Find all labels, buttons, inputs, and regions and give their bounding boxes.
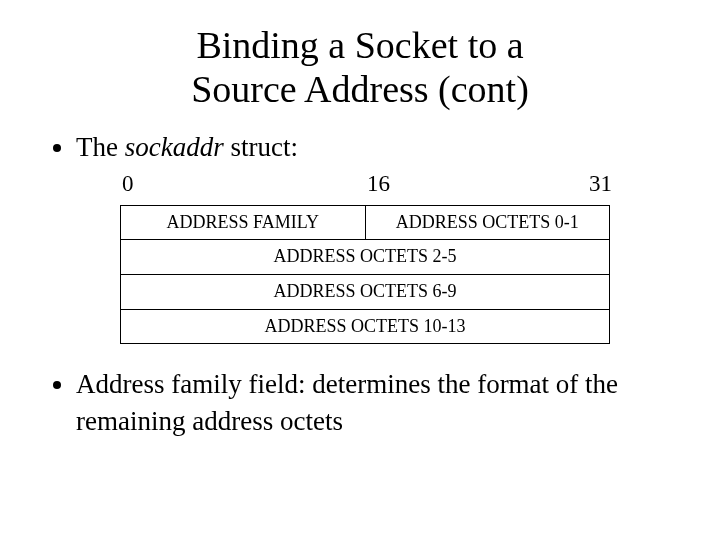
cell-octets-10-13: ADDRESS OCTETS 10-13 [121, 309, 610, 344]
table-row: ADDRESS OCTETS 6-9 [121, 275, 610, 310]
title-line-1: Binding a Socket to a [196, 24, 523, 66]
title-line-2: Source Address (cont) [191, 68, 529, 110]
bit-labels: 0 16 31 [120, 168, 610, 199]
bullet-list: The sockaddr struct: 0 16 31 ADDRESS FAM… [54, 129, 680, 439]
cell-address-family: ADDRESS FAMILY [121, 205, 366, 240]
table-row: ADDRESS OCTETS 2-5 [121, 240, 610, 275]
bit-label-16: 16 [367, 168, 490, 199]
bullet-address-family: Address family field: determines the for… [76, 366, 680, 439]
table-row: ADDRESS FAMILY ADDRESS OCTETS 0-1 [121, 205, 610, 240]
struct-table: ADDRESS FAMILY ADDRESS OCTETS 0-1 ADDRES… [120, 205, 610, 344]
bullet-sockaddr: The sockaddr struct: 0 16 31 ADDRESS FAM… [76, 129, 680, 344]
bullet1-suffix: struct: [224, 132, 298, 162]
bullet1-prefix: The [76, 132, 125, 162]
struct-diagram: 0 16 31 ADDRESS FAMILY ADDRESS OCTETS 0-… [120, 168, 610, 344]
cell-octets-2-5: ADDRESS OCTETS 2-5 [121, 240, 610, 275]
bit-label-0: 0 [120, 168, 367, 199]
slide-title: Binding a Socket to a Source Address (co… [0, 0, 720, 111]
table-row: ADDRESS OCTETS 10-13 [121, 309, 610, 344]
cell-octets-0-1: ADDRESS OCTETS 0-1 [365, 205, 610, 240]
bit-label-31: 31 [490, 168, 615, 199]
cell-octets-6-9: ADDRESS OCTETS 6-9 [121, 275, 610, 310]
bullet1-italic: sockaddr [125, 132, 224, 162]
slide: Binding a Socket to a Source Address (co… [0, 0, 720, 540]
slide-body: The sockaddr struct: 0 16 31 ADDRESS FAM… [0, 111, 720, 439]
